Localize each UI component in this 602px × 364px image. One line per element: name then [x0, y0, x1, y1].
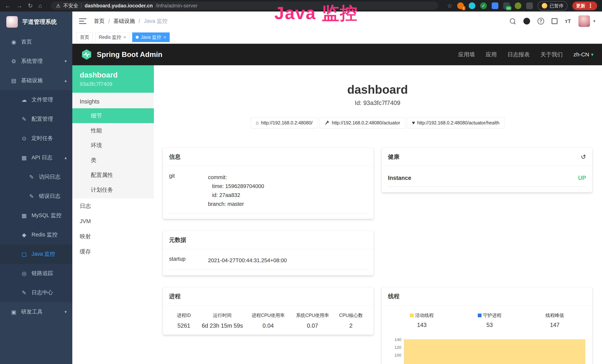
sidebar-item-error-logs[interactable]: ✎ 错误日志: [0, 187, 72, 206]
sidebar-item-dev-tools[interactable]: ▣ 研发工具 ▾: [0, 302, 72, 321]
extension-icon[interactable]: [469, 2, 475, 9]
sba-navbar: Spring Boot Admin 应用墙 应用 日志报表 关于我们 zh-CN…: [72, 44, 602, 65]
health-status-badge: UP: [578, 175, 586, 181]
breadcrumb-infrastructure[interactable]: 基础设施: [113, 17, 135, 25]
threads-chart: 140 120 100: [388, 337, 586, 364]
sidebar-item-config-management[interactable]: ✎ 配置管理: [0, 109, 72, 129]
user-avatar[interactable]: [579, 15, 590, 27]
back-icon[interactable]: ←: [5, 3, 11, 9]
avatar-caret-icon[interactable]: ▾: [593, 19, 595, 23]
forward-icon[interactable]: →: [16, 3, 22, 9]
actuator-url: http://192.168.0.2:48080/actuator: [332, 120, 400, 126]
close-icon[interactable]: ×: [123, 35, 126, 40]
search-icon[interactable]: [509, 18, 516, 24]
y-axis-tick: 120: [395, 345, 401, 350]
process-card-title: 进程: [169, 292, 181, 300]
not-secure-label: 不安全: [63, 2, 78, 9]
health-instance-row[interactable]: Instance UP: [388, 173, 586, 187]
instance-id: 93a3fc7f7409: [80, 81, 146, 87]
tab-java-monitor[interactable]: Java 监控 ×: [132, 32, 170, 42]
edit-icon: ✎: [21, 289, 27, 296]
help-icon[interactable]: ?: [538, 18, 544, 24]
breadcrumb-home[interactable]: 首页: [94, 17, 105, 25]
extension-icon[interactable]: on: [503, 2, 510, 9]
health-url-button[interactable]: ♥ http://192.168.0.2:48080/actuator/heal…: [407, 117, 504, 128]
reload-icon[interactable]: ↻: [28, 3, 33, 9]
sidebar-item-mysql-monitor[interactable]: ▦ MySQL 监控: [0, 206, 72, 225]
sba-sidebar-item-jvm[interactable]: JVM: [72, 214, 154, 229]
sidebar-item-java-monitor[interactable]: ▢ Java 监控: [0, 244, 72, 264]
not-secure-warning-icon[interactable]: ⚠: [56, 3, 60, 9]
browser-chrome: ← → ↻ ⌂ ⚠ 不安全 dashboard.yudao.iocoder.cn…: [0, 0, 602, 11]
extension-icon[interactable]: 1: [457, 2, 464, 9]
sba-sidebar-section-insights[interactable]: Insights: [72, 93, 154, 108]
sba-sidebar-item-mappings[interactable]: 映射: [72, 229, 154, 244]
tabs-bar: 首页 Redis 监控 × Java 监控 ×: [72, 31, 602, 44]
url-bar[interactable]: ⚠ 不安全 dashboard.yudao.iocoder.cn/infra/a…: [51, 1, 438, 10]
daemon-threads-value: 53: [478, 322, 502, 328]
threads-chart-y-axis: 140 120 100: [388, 337, 404, 364]
sba-nav-wallboard[interactable]: 应用墙: [458, 51, 475, 58]
fullscreen-icon[interactable]: [552, 18, 558, 24]
sba-nav-about[interactable]: 关于我们: [540, 51, 563, 58]
extension-icon[interactable]: [515, 2, 521, 9]
active-dot-icon: [136, 36, 139, 39]
chevron-up-icon: ▴: [64, 78, 67, 83]
info-git-row: git commit: time: 1596289704000 id: 27aa…: [169, 173, 367, 214]
chevron-down-icon: ▾: [64, 59, 67, 64]
sba-sidebar-item-config-props[interactable]: 配置属性: [72, 168, 154, 182]
app-logo[interactable]: 芋道管理系统: [0, 11, 72, 32]
chrome-menu-icon[interactable]: ⋮: [588, 3, 593, 9]
sidebar-item-system[interactable]: ⚙ 系统管理 ▾: [0, 52, 72, 71]
sba-instance-header[interactable]: dashboard 93a3fc7f7409: [72, 65, 154, 93]
close-icon[interactable]: ×: [163, 35, 166, 40]
github-icon[interactable]: [523, 18, 530, 24]
sba-main-content: dashboard Id: 93a3fc7f7409 ⌂ http://192.…: [154, 65, 602, 364]
extension-icon[interactable]: ✓: [480, 2, 487, 9]
legend-daemon-threads: 守护进程 53: [478, 312, 502, 328]
edit-icon: ✎: [28, 174, 35, 180]
sba-nav-applications[interactable]: 应用: [485, 51, 497, 58]
sidebar-item-tracing[interactable]: ◎ 链路追踪: [0, 264, 72, 283]
sba-sidebar-item-environment[interactable]: 环境: [72, 138, 154, 153]
extension-icon[interactable]: [526, 2, 533, 9]
metadata-card: 元数据 startup 2021-04-27T00:44:31.254+08:0…: [163, 231, 374, 275]
locale-selector[interactable]: zh-CN ▾: [573, 51, 593, 58]
profile-paused-badge[interactable]: 已暂停: [538, 1, 568, 11]
heart-icon: ♥: [412, 120, 415, 126]
sidebar-item-label: 文件管理: [32, 96, 53, 104]
extension-icon[interactable]: [492, 2, 498, 9]
sidebar-item-scheduled-tasks[interactable]: ⊙ 定时任务: [0, 129, 72, 148]
active-threads-swatch: [410, 314, 414, 317]
font-size-icon[interactable]: тT: [565, 18, 571, 24]
sba-sidebar-item-classes[interactable]: 类: [72, 153, 154, 168]
sba-sidebar-item-logs[interactable]: 日志: [72, 198, 154, 214]
process-col-header: 系统CPU使用率: [290, 312, 335, 322]
sidebar-item-file-management[interactable]: ☁ 文件管理: [0, 90, 72, 109]
service-url-button[interactable]: ⌂ http://192.168.0.2:48080/: [251, 117, 317, 128]
tab-home[interactable]: 首页: [76, 32, 93, 42]
process-col-header: 进程ID: [169, 312, 199, 322]
sidebar-item-home[interactable]: ◉ 首页: [0, 32, 72, 52]
sba-sidebar-item-details[interactable]: 细节: [72, 108, 154, 123]
sba-sidebar-item-scheduled[interactable]: 计划任务: [72, 182, 154, 197]
sba-sidebar-item-caches[interactable]: 缓存: [72, 244, 154, 259]
history-icon[interactable]: ↺: [581, 153, 586, 161]
sba-brand-title[interactable]: Spring Boot Admin: [97, 50, 162, 59]
sidebar-item-redis-monitor[interactable]: ◆ Redis 监控: [0, 225, 72, 244]
actuator-url-button[interactable]: http://192.168.0.2:48080/actuator: [320, 117, 405, 128]
sidebar-item-infrastructure[interactable]: ▤ 基础设施 ▴: [0, 71, 72, 90]
sidebar-item-api-logs[interactable]: ▦ API 日志 ▴: [0, 148, 72, 167]
sidebar-item-access-logs[interactable]: ✎ 访问日志: [0, 167, 72, 187]
tab-redis-monitor[interactable]: Redis 监控 ×: [95, 32, 129, 42]
sba-nav-journal[interactable]: 日志报表: [507, 51, 530, 58]
sba-sidebar-item-metrics[interactable]: 性能: [72, 123, 154, 138]
bookmark-star-icon[interactable]: ☆: [447, 3, 452, 9]
daemon-threads-swatch: [478, 314, 482, 317]
sidebar-item-log-center[interactable]: ✎ 日志中心: [0, 283, 72, 302]
service-links: ⌂ http://192.168.0.2:48080/ http://192.1…: [163, 117, 592, 128]
sidebar-toggle-icon[interactable]: [79, 18, 86, 24]
home-icon[interactable]: ⌂: [38, 3, 42, 9]
health-card-title: 健康: [388, 153, 399, 161]
chrome-update-button[interactable]: 更新 ⋮: [572, 1, 597, 10]
